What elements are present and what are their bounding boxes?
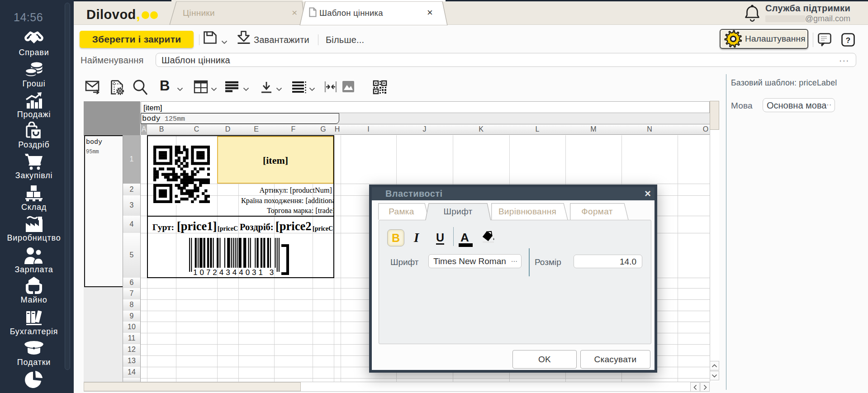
svg-text:?: ? xyxy=(846,36,850,45)
